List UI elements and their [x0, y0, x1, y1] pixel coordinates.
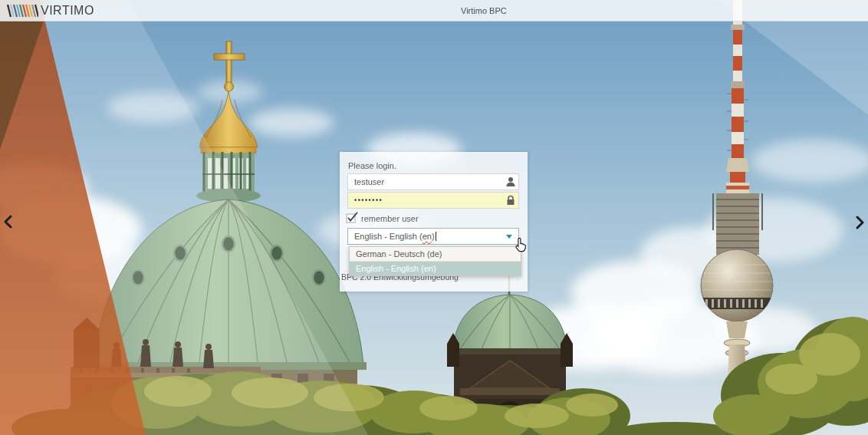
carousel-next-arrow[interactable] [854, 216, 865, 229]
text-caret [436, 232, 436, 241]
language-option-list: German - Deutsch (de) English - English … [349, 246, 521, 276]
login-heading: Please login. [348, 161, 396, 170]
chevron-down-icon [506, 235, 512, 239]
language-combobox[interactable]: English - English (en) [347, 228, 519, 245]
language-option-german[interactable]: German - Deutsch (de) [350, 247, 521, 262]
header-bar: VIRTIMO Virtimo BPC [0, 0, 868, 21]
language-option-english[interactable]: English - English (en) [350, 262, 521, 275]
language-value-word: en [422, 232, 432, 241]
language-value-suffix: ) [432, 232, 435, 241]
virtimo-logo: VIRTIMO [6, 3, 94, 18]
password-input[interactable] [347, 192, 519, 209]
app-title: Virtimo BPC [461, 6, 507, 15]
language-dropdown-trigger[interactable] [501, 229, 518, 244]
language-value-prefix: English - English ( [354, 232, 422, 241]
remember-user-label: remember user [361, 214, 419, 223]
virtimo-logo-mark [6, 3, 38, 18]
carousel-prev-arrow[interactable] [3, 215, 14, 229]
username-input[interactable] [347, 173, 519, 190]
logo-text: VIRTIMO [41, 4, 94, 18]
login-screen: VIRTIMO Virtimo BPC Please login. rememb… [0, 0, 868, 435]
remember-checkbox[interactable] [346, 212, 359, 224]
